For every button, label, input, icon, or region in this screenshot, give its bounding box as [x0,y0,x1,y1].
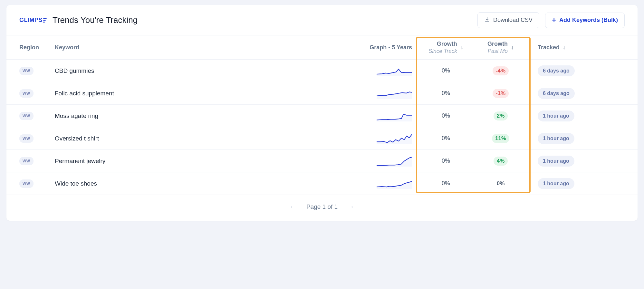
tracking-card: GLIMPS Trends You're Tracking Download C… [6,5,638,221]
table-row[interactable]: WWFolic acid supplement0%-1%6 days ago [6,82,638,104]
region-chip: WW [19,157,34,165]
table-head: Region Keyword Graph - 5 Years Growth Si… [6,35,638,59]
growth-past-mo-cell: 2% [473,111,528,120]
download-csv-button[interactable]: Download CSV [477,12,539,28]
sparkline-cell [348,111,418,121]
growth-badge: 11% [492,134,509,143]
col-growth-sub2: Past Mo [488,48,508,54]
growth-since-track-cell: 0% [418,180,473,187]
download-csv-label: Download CSV [493,17,533,24]
growth-badge: -1% [493,89,509,98]
keyword-cell: Folic acid supplement [55,90,348,97]
col-tracked[interactable]: Tracked ↓ [528,44,625,51]
region-chip: WW [19,67,34,75]
growth-past-mo-cell: 4% [473,157,528,166]
growth-past-mo-cell: -4% [473,66,528,75]
glimpse-logo: GLIMPS [19,17,47,24]
growth-since-track-cell: 0% [418,90,473,97]
table-wrap: Region Keyword Graph - 5 Years Growth Si… [6,35,638,195]
tracked-chip: 1 hour ago [538,133,574,144]
pagination-footer: ← Page 1 of 1 → [6,195,638,221]
sparkline-cell [348,65,418,76]
growth-past-mo-cell: 11% [473,134,528,143]
page-indicator: Page 1 of 1 [306,203,338,210]
prev-page-button[interactable]: ← [290,203,297,211]
add-keywords-button[interactable]: + Add Keywords (Bulk) [545,13,625,28]
region-chip: WW [19,112,34,120]
growth-past-mo-cell: 0% [473,179,528,188]
col-growth-since-track[interactable]: Growth Since Track ↓ [418,40,473,54]
keyword-cell: CBD gummies [55,67,348,74]
col-growth-top2: Growth [487,40,508,48]
sparkline-cell [348,178,418,189]
col-region[interactable]: Region [19,44,55,51]
table-row[interactable]: WWMoss agate ring0%2%1 hour ago [6,104,638,127]
col-keyword[interactable]: Keyword [55,44,348,51]
region-chip: WW [19,134,34,143]
page-title: Trends You're Tracking [53,15,472,25]
growth-since-track-cell: 0% [418,135,473,142]
plus-icon: + [552,17,556,24]
col-growth-sub1: Since Track [428,48,457,54]
col-tracked-label: Tracked [538,44,560,51]
keyword-cell: Wide toe shoes [55,180,348,187]
region-chip: WW [19,89,34,98]
tracked-chip: 1 hour ago [538,156,574,167]
growth-badge: 4% [494,157,508,166]
growth-badge: 0% [494,179,508,188]
logo-lines-icon [43,18,47,23]
sparkline-cell [348,88,418,99]
table-body: WWCBD gummies0%-4%6 days agoWWFolic acid… [6,59,638,195]
growth-since-track-cell: 0% [418,67,473,74]
col-growth-top1: Growth [437,40,457,48]
keyword-cell: Oversized t shirt [55,135,348,142]
col-growth-past-mo[interactable]: Growth Past Mo ↓ [473,40,528,54]
next-page-button[interactable]: → [347,203,354,211]
table-row[interactable]: WWPermanent jewelry0%4%1 hour ago [6,149,638,172]
growth-badge: -4% [493,66,509,75]
growth-since-track-cell: 0% [418,112,473,119]
sparkline-cell [348,133,418,144]
growth-past-mo-cell: -1% [473,89,528,98]
sort-down-icon: ↓ [563,44,566,51]
download-icon [484,16,490,24]
col-graph[interactable]: Graph - 5 Years [348,44,418,51]
growth-badge: 2% [494,111,508,120]
tracked-chip: 6 days ago [538,88,575,99]
tracked-chip: 1 hour ago [538,178,574,189]
sparkline-cell [348,156,418,167]
header-bar: GLIMPS Trends You're Tracking Download C… [6,5,638,35]
table-row[interactable]: WWOversized t shirt0%11%1 hour ago [6,127,638,149]
logo-text: GLIMPS [19,17,43,24]
keyword-cell: Moss agate ring [55,112,348,120]
tracked-chip: 6 days ago [538,65,575,76]
add-keywords-label: Add Keywords (Bulk) [559,17,618,24]
sort-down-icon: ↓ [460,44,463,51]
growth-since-track-cell: 0% [418,158,473,164]
table-row[interactable]: WWCBD gummies0%-4%6 days ago [6,59,638,82]
sort-down-icon: ↓ [511,44,514,51]
table-row[interactable]: WWWide toe shoes0%0%1 hour ago [6,172,638,195]
tracked-chip: 1 hour ago [538,111,574,121]
keyword-cell: Permanent jewelry [55,158,348,165]
region-chip: WW [19,179,34,188]
